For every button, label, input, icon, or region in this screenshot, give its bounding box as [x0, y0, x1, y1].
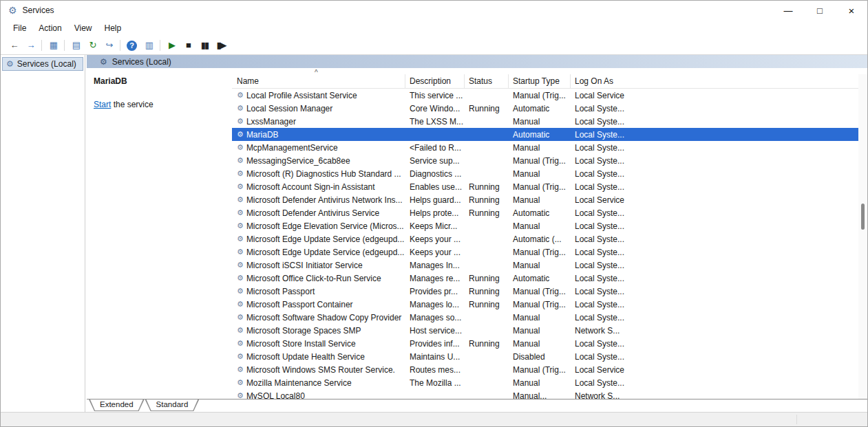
tab-label: Extended: [89, 399, 144, 410]
menu-file[interactable]: File: [7, 21, 32, 35]
extended-view-icon[interactable]: ▥: [140, 39, 157, 52]
table-row[interactable]: ⚙MessagingService_6cab8eeService sup...M…: [232, 154, 867, 167]
table-row[interactable]: ⚙Mozilla Maintenance ServiceThe Mozilla …: [232, 376, 867, 389]
table-row[interactable]: ⚙LxssManagerThe LXSS M...ManualLocal Sys…: [232, 115, 867, 128]
tab-extended[interactable]: Extended: [89, 399, 145, 411]
stop-service-icon[interactable]: ■: [180, 39, 196, 52]
show-console-tree-icon[interactable]: ▦: [45, 39, 61, 52]
cell-status: Running: [465, 287, 509, 296]
cell-description: Manages In...: [405, 261, 465, 270]
cell-description: Keeps your ...: [405, 234, 465, 244]
service-name-text: Microsoft Passport: [246, 287, 315, 296]
table-row[interactable]: ⚙Local Session ManagerCore Windo...Runni…: [232, 102, 867, 115]
sort-ascending-icon: ^: [315, 69, 318, 76]
cell-name: ⚙Microsoft Passport Container: [232, 300, 405, 309]
table-row[interactable]: ⚙Microsoft (R) Diagnostics Hub Standard …: [232, 167, 867, 180]
cell-description: Keeps Micr...: [405, 221, 465, 231]
cell-name: ⚙Microsoft Office Click-to-Run Service: [232, 274, 405, 283]
window-title: Services: [23, 6, 54, 15]
table-row[interactable]: ⚙Microsoft Edge Elevation Service (Micro…: [232, 219, 867, 232]
export-list-icon[interactable]: ↪: [100, 39, 117, 52]
start-service-link[interactable]: Start: [94, 100, 111, 109]
cell-name: ⚙MariaDB: [232, 130, 405, 140]
cell-description: Helps prote...: [405, 208, 465, 218]
service-name-text: Microsoft Passport Container: [246, 300, 353, 309]
cell-name: ⚙Microsoft (R) Diagnostics Hub Standard …: [232, 169, 405, 179]
cell-description: This service ...: [405, 91, 465, 100]
table-row[interactable]: ⚙MySQL Local80Manual...Network S...: [232, 389, 867, 399]
cell-startup-type: Automatic (...: [509, 234, 571, 244]
column-header-description[interactable]: Description: [405, 74, 465, 88]
pause-service-icon[interactable]: ▮▮: [196, 39, 213, 52]
cell-log-on-as: Local Service: [571, 195, 867, 205]
minimize-button[interactable]: —: [772, 1, 804, 20]
maximize-button[interactable]: □: [804, 1, 836, 20]
table-row[interactable]: ⚙Microsoft Office Click-to-Run ServiceMa…: [232, 272, 867, 285]
refresh-icon[interactable]: ↻: [84, 39, 100, 52]
service-gear-icon: ⚙: [237, 287, 244, 296]
table-row[interactable]: ⚙Microsoft Store Install ServiceProvides…: [232, 337, 867, 350]
table-row[interactable]: ⚙Microsoft Edge Update Service (edgeupd.…: [232, 232, 867, 245]
table-row[interactable]: ⚙Microsoft Update Health ServiceMaintain…: [232, 350, 867, 363]
table-row[interactable]: ⚙Microsoft Defender Antivirus ServiceHel…: [232, 206, 867, 219]
service-gear-icon: ⚙: [237, 234, 244, 243]
cell-startup-type: Disabled: [509, 352, 571, 362]
help-icon[interactable]: ?: [127, 41, 137, 51]
service-name-text: Microsoft Defender Antivirus Network Ins…: [246, 195, 403, 205]
service-detail-panel: MariaDB Start the service: [87, 68, 232, 399]
selected-service-name: MariaDB: [94, 76, 226, 86]
content-pane: ⚙ Services (Local) MariaDB Start the ser…: [87, 55, 867, 412]
services-window: ⚙ Services — □ × FileActionViewHelp ←→▦▤…: [0, 0, 868, 427]
tab-standard[interactable]: Standard: [145, 399, 200, 411]
status-bar-segment: [796, 415, 857, 424]
service-gear-icon: ⚙: [237, 339, 244, 348]
column-header-startup-type[interactable]: Startup Type: [509, 74, 571, 88]
cell-startup-type: Automatic: [509, 130, 571, 140]
service-name-text: McpManagementService: [246, 143, 338, 153]
table-row[interactable]: ⚙Microsoft iSCSI Initiator ServiceManage…: [232, 259, 867, 272]
table-row[interactable]: ⚙Microsoft Account Sign-in AssistantEnab…: [232, 180, 867, 193]
tree-item-services-local[interactable]: ⚙Services (Local): [2, 57, 83, 71]
service-name-text: Microsoft Edge Elevation Service (Micros…: [246, 221, 404, 231]
table-row[interactable]: ⚙McpManagementService<Failed to R...Manu…: [232, 141, 867, 154]
table-row[interactable]: ⚙Microsoft Defender Antivirus Network In…: [232, 193, 867, 206]
column-header-status[interactable]: Status: [465, 74, 509, 88]
cell-log-on-as: Local Syste...: [571, 130, 867, 140]
menu-help[interactable]: Help: [98, 21, 128, 35]
start-service-icon[interactable]: ▶: [163, 39, 180, 52]
column-header-name[interactable]: Name: [232, 74, 405, 88]
cell-log-on-as: Local Syste...: [571, 261, 867, 270]
table-row[interactable]: ⚙MariaDBAutomaticLocal Syste...: [232, 128, 867, 141]
cell-log-on-as: Local Syste...: [571, 248, 867, 257]
service-name-text: Microsoft (R) Diagnostics Hub Standard .…: [246, 169, 401, 179]
table-row[interactable]: ⚙Local Profile Assistant ServiceThis ser…: [232, 89, 867, 102]
toolbar-separator: [160, 40, 160, 51]
table-row[interactable]: ⚙Microsoft Passport ContainerManages lo.…: [232, 298, 867, 311]
table-row[interactable]: ⚙Microsoft Software Shadow Copy Provider…: [232, 311, 867, 324]
table-row[interactable]: ⚙Microsoft Storage Spaces SMPHost servic…: [232, 324, 867, 337]
cell-startup-type: Automatic: [509, 208, 571, 218]
table-row[interactable]: ⚙Microsoft Windows SMS Router Service.Ro…: [232, 363, 867, 376]
menu-action[interactable]: Action: [32, 21, 67, 35]
tab-label: Standard: [146, 399, 199, 410]
forward-icon[interactable]: →: [22, 39, 39, 52]
service-gear-icon: ⚙: [237, 208, 244, 217]
menu-view[interactable]: View: [68, 21, 98, 35]
column-header-log-on-as[interactable]: Log On As: [571, 74, 867, 88]
toolbar: ←→▦▤↻↪?▥▶■▮▮▮▶: [1, 36, 867, 55]
vertical-scrollbar[interactable]: [858, 74, 867, 399]
cell-name: ⚙Microsoft Passport: [232, 287, 405, 296]
service-gear-icon: ⚙: [237, 169, 244, 178]
title-bar: ⚙ Services — □ ×: [1, 1, 867, 20]
cell-log-on-as: Local Syste...: [571, 182, 867, 192]
cell-startup-type: Manual (Trig...: [509, 287, 571, 296]
close-button[interactable]: ×: [836, 1, 867, 20]
table-row[interactable]: ⚙Microsoft PassportProvides pr...Running…: [232, 285, 867, 298]
table-row[interactable]: ⚙Microsoft Edge Update Service (edgeupd.…: [232, 245, 867, 259]
cell-log-on-as: Local Syste...: [571, 339, 867, 349]
service-name-text: Microsoft Account Sign-in Assistant: [246, 182, 375, 192]
restart-service-icon[interactable]: ▮▶: [213, 39, 229, 52]
properties-icon[interactable]: ▤: [67, 39, 84, 52]
back-icon[interactable]: ←: [6, 39, 22, 52]
scrollbar-thumb[interactable]: [861, 204, 865, 230]
